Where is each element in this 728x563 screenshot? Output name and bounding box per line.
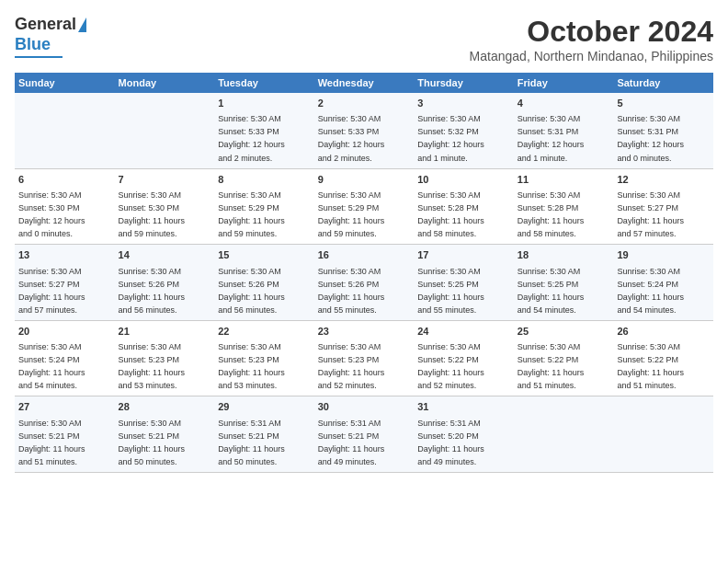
day-cell [514,396,614,473]
day-cell: 16Sunrise: 5:30 AM Sunset: 5:26 PM Dayli… [314,245,415,321]
logo-underline [15,56,63,58]
header-cell-monday: Monday [115,73,215,93]
day-cell [115,93,215,168]
day-number: 8 [218,173,311,187]
day-number: 13 [18,248,111,262]
week-row-2: 6Sunrise: 5:30 AM Sunset: 5:30 PM Daylig… [15,168,713,245]
day-cell: 27Sunrise: 5:30 AM Sunset: 5:21 PM Dayli… [15,396,115,473]
day-cell: 14Sunrise: 5:30 AM Sunset: 5:26 PM Dayli… [115,245,215,321]
day-number: 16 [318,248,411,262]
header-cell-saturday: Saturday [613,73,713,93]
day-cell [15,93,115,168]
day-cell: 4Sunrise: 5:30 AM Sunset: 5:31 PM Daylig… [514,93,614,168]
week-row-4: 20Sunrise: 5:30 AM Sunset: 5:24 PM Dayli… [15,320,713,396]
day-cell: 12Sunrise: 5:30 AM Sunset: 5:27 PM Dayli… [613,168,713,245]
day-cell: 17Sunrise: 5:30 AM Sunset: 5:25 PM Dayli… [414,245,514,321]
day-info: Sunrise: 5:30 AM Sunset: 5:33 PM Dayligh… [218,114,285,162]
title-section: October 2024 Matangad, Northern Mindanao… [470,15,713,63]
day-cell: 23Sunrise: 5:30 AM Sunset: 5:23 PM Dayli… [314,320,415,396]
header-row: SundayMondayTuesdayWednesdayThursdayFrid… [15,73,713,93]
day-info: Sunrise: 5:30 AM Sunset: 5:23 PM Dayligh… [218,342,285,390]
day-info: Sunrise: 5:30 AM Sunset: 5:23 PM Dayligh… [119,342,186,390]
header-cell-friday: Friday [514,73,614,93]
day-info: Sunrise: 5:30 AM Sunset: 5:24 PM Dayligh… [18,342,85,390]
day-info: Sunrise: 5:30 AM Sunset: 5:26 PM Dayligh… [218,267,285,315]
day-info: Sunrise: 5:30 AM Sunset: 5:27 PM Dayligh… [617,190,684,238]
day-info: Sunrise: 5:30 AM Sunset: 5:26 PM Dayligh… [318,267,385,315]
day-cell: 1Sunrise: 5:30 AM Sunset: 5:33 PM Daylig… [214,93,314,168]
header-cell-tuesday: Tuesday [214,73,314,93]
day-number: 28 [119,400,211,414]
day-info: Sunrise: 5:30 AM Sunset: 5:25 PM Dayligh… [518,267,585,315]
day-number: 29 [218,400,311,414]
week-row-5: 27Sunrise: 5:30 AM Sunset: 5:21 PM Dayli… [15,396,713,473]
day-number: 11 [518,173,610,187]
day-number: 15 [218,248,311,262]
day-cell: 7Sunrise: 5:30 AM Sunset: 5:30 PM Daylig… [115,168,215,245]
day-number: 23 [318,325,411,339]
day-cell: 13Sunrise: 5:30 AM Sunset: 5:27 PM Dayli… [15,245,115,321]
day-cell: 5Sunrise: 5:30 AM Sunset: 5:31 PM Daylig… [613,93,713,168]
day-cell: 9Sunrise: 5:30 AM Sunset: 5:29 PM Daylig… [314,168,415,245]
day-cell: 2Sunrise: 5:30 AM Sunset: 5:33 PM Daylig… [314,93,415,168]
day-cell [613,396,713,473]
day-number: 25 [518,325,610,339]
day-number: 30 [318,400,411,414]
day-cell: 24Sunrise: 5:30 AM Sunset: 5:22 PM Dayli… [414,320,514,396]
logo: General Blue [15,15,86,58]
day-cell: 30Sunrise: 5:31 AM Sunset: 5:21 PM Dayli… [314,396,415,473]
day-number: 22 [218,325,311,339]
day-info: Sunrise: 5:30 AM Sunset: 5:27 PM Dayligh… [18,267,85,315]
day-number: 10 [417,173,510,187]
day-number: 26 [617,325,710,339]
day-cell: 6Sunrise: 5:30 AM Sunset: 5:30 PM Daylig… [15,168,115,245]
day-info: Sunrise: 5:30 AM Sunset: 5:21 PM Dayligh… [119,419,186,466]
day-cell: 25Sunrise: 5:30 AM Sunset: 5:22 PM Dayli… [514,320,614,396]
day-info: Sunrise: 5:30 AM Sunset: 5:31 PM Dayligh… [617,114,684,162]
day-number: 24 [417,325,510,339]
day-number: 3 [417,97,510,110]
day-cell: 21Sunrise: 5:30 AM Sunset: 5:23 PM Dayli… [115,320,215,396]
day-info: Sunrise: 5:30 AM Sunset: 5:22 PM Dayligh… [617,342,684,390]
day-cell: 19Sunrise: 5:30 AM Sunset: 5:24 PM Dayli… [613,245,713,321]
day-info: Sunrise: 5:30 AM Sunset: 5:25 PM Dayligh… [417,267,484,315]
week-row-3: 13Sunrise: 5:30 AM Sunset: 5:27 PM Dayli… [15,245,713,321]
day-info: Sunrise: 5:30 AM Sunset: 5:22 PM Dayligh… [518,342,585,390]
day-info: Sunrise: 5:30 AM Sunset: 5:23 PM Dayligh… [318,342,385,390]
day-cell: 20Sunrise: 5:30 AM Sunset: 5:24 PM Dayli… [15,320,115,396]
day-info: Sunrise: 5:30 AM Sunset: 5:28 PM Dayligh… [417,190,484,238]
day-info: Sunrise: 5:30 AM Sunset: 5:31 PM Dayligh… [518,114,585,162]
day-cell: 15Sunrise: 5:30 AM Sunset: 5:26 PM Dayli… [214,245,314,321]
day-number: 1 [218,97,311,110]
day-info: Sunrise: 5:31 AM Sunset: 5:21 PM Dayligh… [318,419,385,466]
header-cell-thursday: Thursday [414,73,514,93]
day-info: Sunrise: 5:30 AM Sunset: 5:28 PM Dayligh… [518,190,585,238]
day-number: 20 [18,325,111,339]
day-info: Sunrise: 5:31 AM Sunset: 5:21 PM Dayligh… [218,419,285,466]
day-number: 5 [617,97,710,110]
day-info: Sunrise: 5:30 AM Sunset: 5:29 PM Dayligh… [218,190,285,238]
day-cell: 26Sunrise: 5:30 AM Sunset: 5:22 PM Dayli… [613,320,713,396]
day-number: 27 [18,400,111,414]
day-number: 6 [18,173,111,187]
header-cell-wednesday: Wednesday [314,73,415,93]
day-info: Sunrise: 5:30 AM Sunset: 5:30 PM Dayligh… [18,190,85,238]
day-cell: 3Sunrise: 5:30 AM Sunset: 5:32 PM Daylig… [414,93,514,168]
day-cell: 18Sunrise: 5:30 AM Sunset: 5:25 PM Dayli… [514,245,614,321]
week-row-1: 1Sunrise: 5:30 AM Sunset: 5:33 PM Daylig… [15,93,713,168]
day-number: 31 [417,400,510,414]
page-header: General Blue October 2024 Matangad, Nort… [15,15,713,63]
day-info: Sunrise: 5:30 AM Sunset: 5:33 PM Dayligh… [318,114,385,162]
day-cell: 31Sunrise: 5:31 AM Sunset: 5:20 PM Dayli… [414,396,514,473]
day-number: 4 [518,97,610,110]
day-number: 7 [119,173,211,187]
day-cell: 28Sunrise: 5:30 AM Sunset: 5:21 PM Dayli… [115,396,215,473]
day-number: 18 [518,248,610,262]
day-cell: 8Sunrise: 5:30 AM Sunset: 5:29 PM Daylig… [214,168,314,245]
header-cell-sunday: Sunday [15,73,115,93]
day-info: Sunrise: 5:30 AM Sunset: 5:22 PM Dayligh… [417,342,484,390]
day-cell: 11Sunrise: 5:30 AM Sunset: 5:28 PM Dayli… [514,168,614,245]
logo-blue: Blue [15,35,51,54]
day-number: 21 [119,325,211,339]
day-info: Sunrise: 5:30 AM Sunset: 5:30 PM Dayligh… [119,190,186,238]
